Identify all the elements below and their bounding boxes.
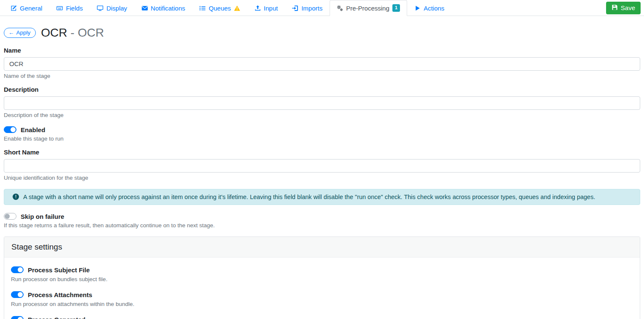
process-attachments-toggle[interactable] bbox=[11, 291, 24, 298]
tab-count-badge: 1 bbox=[392, 4, 400, 12]
process-generated-label: Process Generated bbox=[28, 316, 86, 319]
play-icon bbox=[414, 5, 421, 11]
tab-display[interactable]: Display bbox=[90, 0, 134, 16]
process-subject-file-toggle[interactable] bbox=[11, 266, 24, 273]
tab-label: Pre-Processing bbox=[346, 5, 389, 12]
apply-button[interactable]: ← Apply bbox=[4, 28, 36, 38]
tab-label: General bbox=[20, 5, 42, 12]
toggle-knob bbox=[5, 214, 10, 219]
page-title-subtitle: - OCR bbox=[70, 26, 104, 39]
name-help-text: Name of the stage bbox=[4, 73, 640, 79]
short-name-input[interactable] bbox=[4, 159, 640, 173]
process-generated-group: Process Generated Run processor on gener… bbox=[11, 316, 633, 319]
tab-actions[interactable]: Actions bbox=[407, 0, 451, 16]
arrow-left-icon: ← bbox=[8, 29, 14, 36]
display-icon bbox=[97, 5, 103, 11]
process-subject-file-row: Process Subject File bbox=[11, 266, 633, 274]
main-content: ← Apply OCR - OCR Name Name of the stage… bbox=[0, 16, 644, 319]
toggle-knob bbox=[18, 267, 23, 272]
tab-general[interactable]: General bbox=[3, 0, 49, 16]
exclamation-circle-icon: ! bbox=[13, 194, 19, 200]
tab-label: Imports bbox=[301, 5, 322, 12]
description-help-text: Description of the stage bbox=[4, 112, 640, 118]
description-label: Description bbox=[4, 86, 640, 93]
tab-notifications[interactable]: Notifications bbox=[134, 0, 193, 16]
info-alert-text: A stage with a short name will only proc… bbox=[23, 194, 595, 200]
page-title: OCR - OCR bbox=[41, 26, 104, 40]
process-subject-file-label: Process Subject File bbox=[28, 266, 90, 274]
upload-icon bbox=[255, 5, 261, 11]
tab-label: Fields bbox=[66, 5, 83, 12]
enabled-label: Enabled bbox=[21, 126, 45, 133]
enabled-toggle[interactable] bbox=[4, 126, 16, 133]
tab-input[interactable]: Input bbox=[247, 0, 285, 16]
skip-on-failure-row: Skip on failure bbox=[4, 213, 640, 220]
keyboard-icon bbox=[56, 5, 63, 11]
tab-label: Actions bbox=[424, 5, 444, 12]
process-subject-file-help-text: Run processor on bundles subject file. bbox=[11, 276, 633, 282]
toggle-knob bbox=[18, 292, 23, 297]
page-title-main: OCR bbox=[41, 26, 67, 39]
page-header: ← Apply OCR - OCR bbox=[4, 26, 640, 40]
tab-fields[interactable]: Fields bbox=[49, 0, 90, 16]
enabled-row: Enabled bbox=[4, 126, 640, 133]
tab-label: Display bbox=[106, 5, 127, 12]
skip-on-failure-toggle[interactable] bbox=[4, 213, 16, 220]
info-alert: ! A stage with a short name will only pr… bbox=[4, 189, 640, 205]
stage-settings-body: Process Subject File Run processor on bu… bbox=[4, 258, 640, 319]
envelope-icon bbox=[142, 5, 148, 11]
enabled-help-text: Enable this stage to run bbox=[4, 136, 640, 142]
process-subject-file-group: Process Subject File Run processor on bu… bbox=[11, 266, 633, 282]
tab-bar: General Fields Display Notifications Que… bbox=[0, 0, 644, 16]
short-name-help-text: Unique identification for the stage bbox=[4, 175, 640, 181]
process-attachments-label: Process Attachments bbox=[28, 291, 92, 298]
tab-imports[interactable]: Imports bbox=[285, 0, 330, 16]
stage-settings-card: Stage settings Process Subject File Run … bbox=[4, 237, 640, 319]
skip-on-failure-label: Skip on failure bbox=[21, 213, 64, 220]
description-input[interactable] bbox=[4, 96, 640, 110]
tab-pre-processing[interactable]: Pre-Processing 1 bbox=[330, 0, 407, 16]
gears-icon bbox=[337, 5, 343, 11]
list-icon bbox=[199, 5, 206, 11]
name-input[interactable] bbox=[4, 57, 640, 71]
stage-settings-header: Stage settings bbox=[4, 237, 640, 258]
process-attachments-group: Process Attachments Run processor on att… bbox=[11, 291, 633, 307]
tab-label: Input bbox=[264, 5, 278, 12]
toggle-knob bbox=[18, 317, 23, 319]
save-button-label: Save bbox=[621, 4, 635, 11]
save-button[interactable]: Save bbox=[606, 2, 641, 14]
edit-icon bbox=[11, 5, 17, 11]
apply-button-label: Apply bbox=[16, 29, 31, 36]
skip-on-failure-help-text: If this stage returns a failure result, … bbox=[4, 222, 640, 229]
tab-label: Notifications bbox=[151, 5, 185, 12]
process-attachments-row: Process Attachments bbox=[11, 291, 633, 298]
process-generated-row: Process Generated bbox=[11, 316, 633, 319]
tab-label: Queues bbox=[209, 5, 231, 12]
process-attachments-help-text: Run processor on attachments within the … bbox=[11, 301, 633, 307]
floppy-disk-icon bbox=[612, 4, 618, 12]
import-icon bbox=[292, 5, 298, 11]
name-label: Name bbox=[4, 47, 640, 54]
toggle-knob bbox=[11, 127, 16, 132]
process-generated-toggle[interactable] bbox=[11, 316, 24, 319]
short-name-label: Short Name bbox=[4, 149, 640, 156]
warning-triangle-icon bbox=[234, 5, 240, 11]
tab-queues[interactable]: Queues bbox=[192, 0, 247, 16]
